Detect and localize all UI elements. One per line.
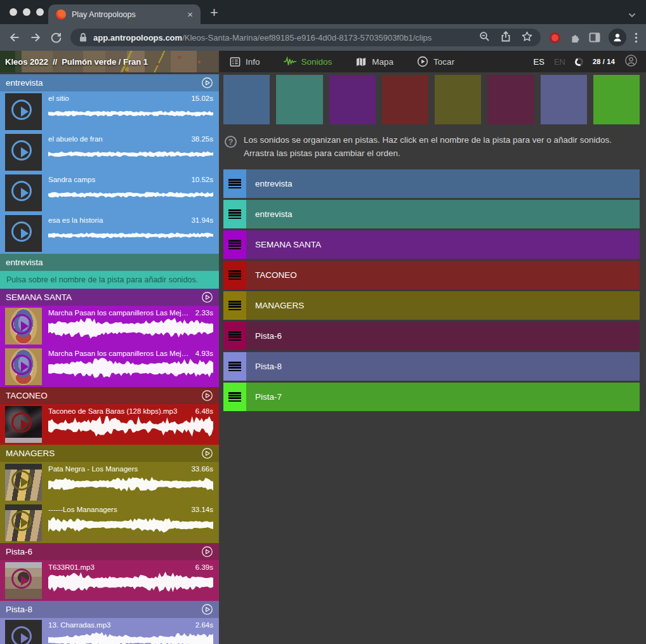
track-row-body[interactable]: Pista-6 [246, 322, 640, 350]
account-icon[interactable] [624, 54, 638, 70]
bookmark-star-icon[interactable] [522, 31, 532, 44]
clip-item[interactable]: 13. Charradas.mp3 2.64s [0, 618, 219, 644]
track-header[interactable]: TACONEO [0, 387, 219, 404]
clip-thumbnail[interactable] [5, 504, 42, 541]
window-close-button[interactable] [10, 8, 17, 16]
drag-handle[interactable] [223, 230, 246, 259]
clip-thumbnail[interactable] [5, 308, 42, 345]
browser-menu-kebab-icon[interactable] [635, 32, 638, 43]
window-zoom-button[interactable] [36, 8, 44, 16]
drag-handle[interactable] [223, 291, 246, 320]
track-header[interactable]: entrevista [0, 74, 219, 91]
drag-handle[interactable] [223, 261, 246, 289]
drag-handle[interactable] [223, 169, 246, 198]
tab-search-chevron-icon[interactable] [628, 9, 636, 20]
tab-info[interactable]: Info [230, 56, 260, 67]
track-row[interactable]: Pista-6 [223, 322, 640, 350]
new-tab-button[interactable]: + [210, 6, 218, 20]
clip-thumbnail[interactable] [5, 134, 42, 171]
clip-thumbnail[interactable] [5, 464, 42, 501]
zoom-icon[interactable] [479, 31, 490, 44]
clip-item[interactable]: Marcha Pasan los campanilleros Las Mejor… [0, 346, 219, 387]
clip-item[interactable]: T633R01.mp3 6.39s [0, 560, 219, 601]
drag-handle[interactable] [223, 322, 246, 350]
track-row-body[interactable]: entrevista [246, 169, 640, 198]
drag-handle-icon [228, 209, 241, 219]
track-play-button[interactable] [201, 77, 213, 89]
track-row[interactable]: entrevista [223, 200, 640, 228]
track-row[interactable]: SEMANA SANTA [223, 230, 640, 259]
track-header[interactable]: Pista-8 [0, 601, 219, 618]
track-row[interactable]: Pista-8 [223, 352, 640, 381]
window-minimize-button[interactable] [23, 8, 30, 16]
track-row[interactable]: Pista-7 [223, 383, 640, 411]
back-icon[interactable] [8, 31, 21, 44]
track-row[interactable]: entrevista [223, 169, 640, 198]
track-play-button[interactable] [201, 447, 213, 459]
url-bar[interactable]: app.antropoloops.com/Kleos-Santa-Marina/… [70, 29, 541, 46]
lock-icon[interactable] [79, 32, 88, 43]
clip-thumbnail[interactable] [5, 215, 42, 252]
clip-item[interactable]: esa es la historia 31.94s [0, 213, 219, 254]
clip-thumbnail[interactable] [5, 562, 42, 599]
language-es[interactable]: ES [534, 57, 544, 67]
clip-body: Pata Negra - Los Managers 33.66s [42, 462, 219, 503]
browser-tab[interactable]: Play Antropoloops × [48, 4, 201, 24]
breadcrumb[interactable]: Kleos 2022 // Pulmón verde / Fran 1 [0, 51, 219, 72]
track-row-body[interactable]: Pista-7 [246, 383, 640, 411]
track-row-label: Pista-8 [255, 362, 282, 371]
clip-item[interactable]: el sitio 15.02s [0, 91, 219, 132]
clip-play-triangle-icon [21, 518, 29, 528]
track-row-body[interactable]: TACONEO [246, 261, 640, 289]
clip-duration: 10.52s [191, 176, 213, 183]
track-header[interactable]: Pista-6 [0, 543, 219, 560]
track-row-body[interactable]: entrevista [246, 200, 640, 228]
language-en[interactable]: EN [554, 57, 565, 67]
clip-item[interactable]: Marcha Pasan los campanilleros Las Mejor… [0, 306, 219, 346]
clip-thumbnail[interactable] [5, 174, 42, 211]
tab-sonidos[interactable]: Sonidos [284, 56, 333, 67]
drag-handle[interactable] [223, 383, 246, 411]
clip-play-triangle-icon [21, 147, 29, 157]
track-header[interactable]: MANAGERS [0, 445, 219, 462]
drag-handle[interactable] [223, 200, 246, 228]
clip-item[interactable]: ------Los Mananagers 33.14s [0, 503, 219, 543]
track-play-button[interactable] [201, 291, 213, 303]
tab-close-icon[interactable]: × [187, 10, 193, 19]
track-row-body[interactable]: Pista-8 [246, 352, 640, 381]
track-play-button[interactable] [201, 603, 213, 615]
clip-thumbnail[interactable] [5, 93, 42, 130]
track-clips: Pata Negra - Los Managers 33.66s ------L… [0, 462, 219, 543]
clip-thumbnail[interactable] [5, 620, 42, 644]
track-header[interactable]: SEMANA SANTA [0, 289, 219, 306]
reload-icon[interactable] [50, 32, 62, 44]
extension-puzzle-icon[interactable] [569, 32, 581, 43]
clip-thumbnail[interactable] [5, 406, 42, 443]
url-text[interactable]: app.antropoloops.com/Kleos-Santa-Marina/… [93, 33, 473, 43]
window-controls[interactable] [0, 8, 44, 16]
track-row[interactable]: TACONEO [223, 261, 640, 289]
track-row-body[interactable]: SEMANA SANTA [246, 230, 640, 259]
drag-handle[interactable] [223, 352, 246, 381]
tab-tocar[interactable]: Tocar [417, 56, 454, 67]
track-play-button[interactable] [201, 390, 213, 402]
share-icon[interactable] [501, 31, 511, 44]
track-row-label: MANAGERS [255, 301, 304, 310]
track-play-button[interactable] [201, 546, 213, 558]
clip-thumbnail[interactable] [5, 348, 42, 385]
profile-avatar[interactable] [609, 29, 626, 46]
track-header[interactable]: entrevista [0, 254, 219, 271]
record-indicator-icon[interactable] [551, 34, 558, 41]
breadcrumb-session[interactable]: Pulmón verde / Fran 1 [62, 57, 148, 67]
clip-play-triangle-icon [21, 362, 29, 372]
track-row-body[interactable]: MANAGERS [246, 291, 640, 320]
clip-item[interactable]: el abuelo de fran 38.25s [0, 132, 219, 173]
clip-item[interactable]: Pata Negra - Los Managers 33.66s [0, 462, 219, 503]
clip-item[interactable]: Taconeo de Sara Baras (128 kbps).mp3 6.4… [0, 404, 219, 445]
tab-mapa[interactable]: Mapa [355, 56, 393, 67]
forward-icon[interactable] [29, 31, 42, 44]
clip-item[interactable]: Sandra camps 10.52s [0, 173, 219, 213]
side-panel-icon[interactable] [589, 32, 600, 43]
breadcrumb-project[interactable]: Kleos 2022 [5, 57, 48, 67]
track-row[interactable]: MANAGERS [223, 291, 640, 320]
